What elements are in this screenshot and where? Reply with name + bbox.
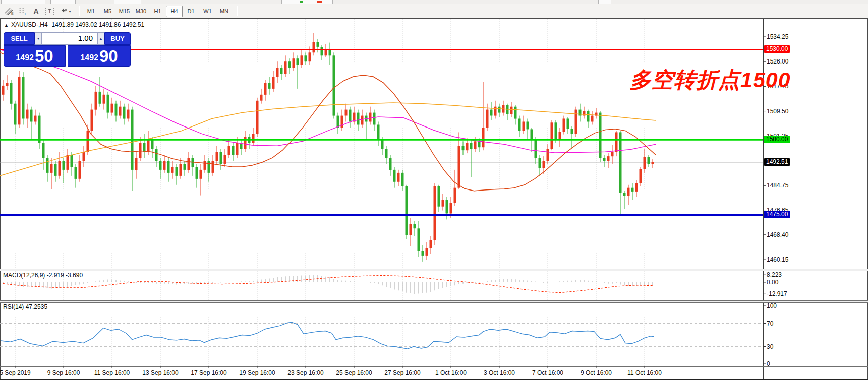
support-price-badge: 1475.00 (764, 211, 790, 218)
rsi-axis-label: 100 (767, 302, 777, 309)
rsi-axis-label: 0 (767, 360, 770, 367)
time-axis-label: 7 Oct 16:00 (532, 369, 563, 376)
time-axis-label: 25 Sep 16:00 (336, 369, 372, 376)
macd-axis-label: -12.917 (767, 290, 787, 297)
time-axis-label: 3 Oct 16:00 (484, 369, 515, 376)
buy-price-display[interactable]: 1492 90 (68, 45, 131, 67)
time-axis-label: 23 Sep 16:00 (287, 369, 323, 376)
volume-decrease-button[interactable]: ▼ (35, 32, 42, 45)
sell-price-main: 1492 (16, 51, 34, 65)
sell-button[interactable]: SELL (4, 32, 35, 45)
time-axis-label: 9 Oct 16:00 (581, 369, 612, 376)
volume-input[interactable]: 1.00 (42, 32, 97, 45)
sell-price-pips: 50 (35, 48, 53, 65)
rsi-axis-label: 70 (767, 320, 773, 327)
price-tick-label: 1534.25 (767, 33, 788, 40)
time-axis-label: 9 Sep 16:00 (47, 369, 80, 376)
time-axis-label: 11 Sep 16:00 (94, 369, 130, 376)
macd-indicator-label: MACD(12,26,9) -2.919 -3.690 (3, 272, 83, 279)
price-tick-label: 1509.50 (767, 108, 788, 115)
ohlc-values: 1491.89 1493.02 1491.86 1492.51 (52, 21, 145, 28)
buy-button[interactable]: BUY (104, 32, 131, 45)
price-tick-label: 1526.00 (767, 58, 788, 65)
sell-price-display[interactable]: 1492 50 (4, 45, 66, 67)
price-tick-label: 1468.40 (767, 231, 788, 238)
buy-price-pips: 90 (99, 48, 118, 65)
price-tick-label: 1484.75 (767, 182, 788, 189)
time-axis-label: 13 Sep 16:00 (142, 369, 178, 376)
macd-axis-label: 0.00 (767, 279, 778, 286)
time-axis-label: 11 Oct 16:00 (627, 369, 662, 376)
symbol-collapse-arrow[interactable]: ▲ (4, 23, 9, 28)
time-axis-label: 5 Sep 2019 (0, 369, 31, 376)
symbol-title: XAUUSD-,H4 (11, 21, 48, 28)
buy-price-main: 1492 (80, 51, 98, 65)
chart-text-annotation[interactable]: 多空转折点1500 (629, 66, 791, 95)
rsi-axis-label: 30 (767, 343, 773, 350)
time-axis-label: 19 Sep 16:00 (239, 369, 275, 376)
volume-increase-button[interactable]: ▲ (97, 32, 104, 45)
pivot-price-badge: 1500.00 (764, 136, 790, 143)
macd-axis-label: 8.223 (767, 271, 782, 278)
one-click-trading-panel: SELL ▼ 1.00 ▲ BUY 1492 50 1492 90 (4, 32, 131, 67)
rsi-indicator-label: RSI(14) 47.2535 (3, 303, 47, 310)
bid-price-badge: 1492.51 (764, 158, 790, 166)
price-tick-label: 1460.15 (767, 256, 788, 263)
chart-title-line: ▲XAUUSD-,H41491.89 1493.02 1491.86 1492.… (4, 21, 144, 28)
time-axis-label: 1 Oct 16:00 (435, 369, 467, 376)
time-axis-label: 17 Sep 16:00 (191, 369, 226, 376)
time-axis-label: 27 Sep 16:00 (384, 369, 420, 376)
resistance-price-badge: 1530.00 (764, 45, 790, 53)
